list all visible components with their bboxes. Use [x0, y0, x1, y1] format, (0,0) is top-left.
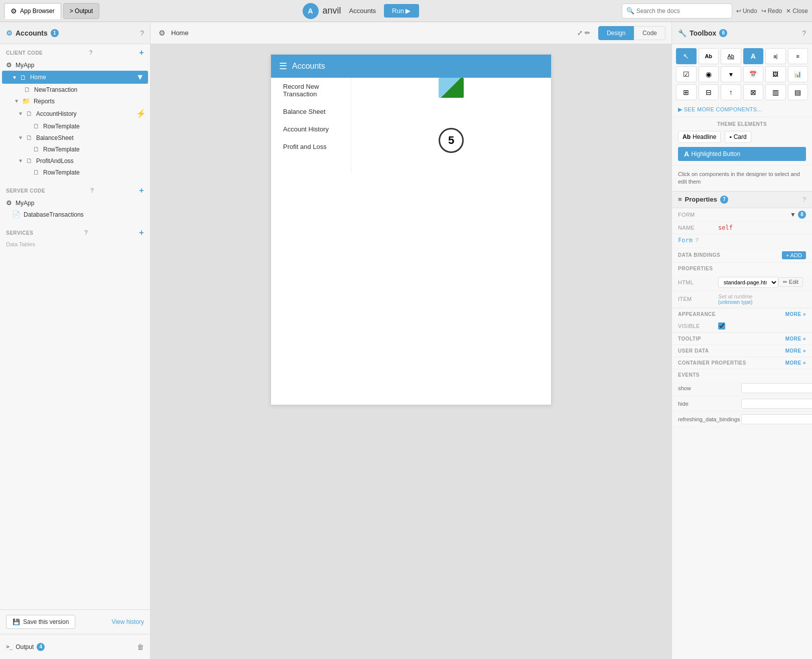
theme-section: THEME ELEMENTS Ab Headline ▪ Card A High… — [672, 117, 812, 165]
run-button[interactable]: Run ▶ — [384, 4, 419, 18]
code-tab[interactable]: Code — [634, 26, 665, 40]
container-more-link[interactable]: MORE » — [785, 360, 806, 366]
see-more-components[interactable]: ▶ SEE MORE COMPONENTS... — [672, 104, 812, 117]
toolbox-help-icon[interactable]: ? — [802, 29, 806, 37]
nav-profit-loss[interactable]: Profit and Loss — [271, 138, 351, 155]
hamburger-icon[interactable]: ☰ — [279, 61, 287, 72]
placeholder-image — [439, 78, 464, 98]
add-binding-button[interactable]: + ADD — [782, 251, 806, 259]
tree-item-balancesheet[interactable]: ▼ 🗋 BalanceSheet — [0, 132, 150, 143]
close-button[interactable]: ✕ Close — [786, 8, 808, 15]
tool-hlayout[interactable]: ▤ — [788, 84, 808, 100]
props-help-icon[interactable]: ? — [802, 196, 806, 203]
form-link-row: Form ? — [672, 234, 812, 248]
tooltip-divider: TOOLTIP MORE » — [672, 333, 812, 345]
tree-item-rowtemplate-bs[interactable]: 🗋 RowTemplate — [0, 143, 150, 155]
tree-item-profitandloss[interactable]: ▼ 🗋 ProfitAndLoss — [0, 155, 150, 167]
tree-item-reports[interactable]: ▼ 📁 Reports — [0, 95, 150, 107]
services-add-button[interactable]: + — [139, 228, 144, 237]
refreshing-event-label: refreshing_data_bindings — [678, 416, 738, 422]
edit-html-button[interactable]: ✏ Edit — [778, 277, 803, 287]
theme-headline[interactable]: Ab Headline — [678, 131, 721, 143]
name-label: name — [678, 225, 718, 231]
tool-datepicker[interactable]: 📅 — [743, 66, 764, 82]
item-type: (unknown type) — [718, 299, 752, 305]
userdata-more-link[interactable]: MORE » — [785, 348, 806, 354]
canvas-placeholder: 5 — [439, 98, 464, 153]
pl-icon: 🗋 — [26, 157, 33, 164]
client-add-button[interactable]: + — [139, 48, 144, 57]
nav-account-history[interactable]: Account History — [271, 120, 351, 138]
form-dropdown-button[interactable]: ▼ — [790, 211, 796, 218]
search-input[interactable] — [636, 8, 722, 15]
bs-icon: 🗋 — [26, 134, 33, 141]
server-add-button[interactable]: + — [139, 186, 144, 195]
refreshing-event-input[interactable] — [741, 414, 812, 424]
top-bar-right: 🔍 ↩ Undo ↪ Redo ✕ Close — [622, 4, 808, 19]
tool-radio[interactable]: ◉ — [699, 66, 719, 82]
view-history-link[interactable]: View history — [112, 618, 144, 625]
canvas-area[interactable]: ☰ Accounts Record New Transaction Balanc… — [151, 44, 671, 659]
tool-columns[interactable]: ⊟ — [699, 84, 719, 100]
tree-item-accounthistory[interactable]: ▼ 🗋 AccountHistory ⚡ — [0, 107, 150, 120]
help-icon[interactable]: ? — [140, 29, 144, 37]
tool-label[interactable]: A — [743, 48, 764, 64]
tool-grid[interactable]: ⊞ — [676, 84, 697, 100]
tree-item-dbtransactions[interactable]: 📄 DatabaseTransactions — [0, 209, 150, 220]
main-content-area: 5 — [351, 78, 551, 173]
redo-button[interactable]: ↪ Redo — [761, 8, 782, 15]
tool-upload[interactable]: ↑ — [721, 84, 741, 100]
html-select[interactable]: standard-page.html — [718, 277, 778, 288]
tooltip-more-link[interactable]: MORE » — [785, 336, 806, 342]
app-header-title: Accounts — [292, 62, 325, 71]
output-tab-label: > Output — [70, 8, 93, 15]
form-link[interactable]: Form — [678, 237, 693, 244]
client-code-section: CLIENT CODE ? + — [0, 44, 150, 59]
nav-accounts[interactable]: Accounts — [349, 7, 376, 15]
edit-icon[interactable]: ✏ — [585, 29, 590, 37]
tool-flow[interactable]: ▥ — [765, 84, 786, 100]
tab-output[interactable]: > Output — [63, 3, 99, 19]
breadcrumb: Home — [171, 29, 573, 37]
logo-text: anvil — [323, 6, 341, 16]
tree-item-rowtemplate-pl[interactable]: 🗋 RowTemplate — [0, 167, 150, 178]
props-header: ≡ Properties 7 ? — [672, 192, 812, 208]
tree-item-myapp-server[interactable]: ⚙ MyApp — [0, 197, 150, 209]
properties-icon: ≡ — [678, 196, 682, 203]
pl-chevron-icon: ▼ — [18, 158, 23, 163]
design-tab[interactable]: Design — [598, 26, 634, 40]
theme-card[interactable]: ▪ Card — [725, 131, 751, 143]
tool-image[interactable]: 🖼 — [765, 66, 786, 82]
visible-checkbox[interactable] — [718, 322, 725, 330]
hide-event-input[interactable] — [741, 399, 812, 409]
clear-output-button[interactable]: 🗑 — [137, 643, 144, 651]
settings-button[interactable]: ⚙ — [157, 27, 167, 40]
tab-app-browser[interactable]: ⚙ App Browser — [4, 3, 61, 19]
home-form-icon: 🗋 — [20, 74, 27, 81]
tree-item-newtransaction[interactable]: 🗋 NewTransaction — [0, 84, 150, 95]
tool-link[interactable]: Ab — [721, 48, 741, 64]
tool-text[interactable]: Ab — [699, 48, 719, 64]
click-hint: Click on components in the designer to s… — [672, 165, 812, 191]
nav-balance-sheet[interactable]: Balance Sheet — [271, 103, 351, 120]
tool-chart[interactable]: 📊 — [788, 66, 808, 82]
appearance-more-link[interactable]: MORE » — [785, 311, 806, 317]
show-event-input[interactable] — [741, 383, 812, 393]
tool-cursor[interactable]: ↖ — [676, 48, 697, 64]
highlighted-button-theme[interactable]: A Highlighted Button — [678, 147, 806, 161]
tool-spacer[interactable]: ⊠ — [743, 84, 764, 100]
tree-item-rowtemplate-ah[interactable]: 🗋 RowTemplate — [0, 120, 150, 132]
form-label: Form — [678, 212, 718, 218]
tool-textbox[interactable]: a| — [765, 48, 786, 64]
nav-record-transaction[interactable]: Record New Transaction — [271, 78, 351, 103]
save-version-button[interactable]: 💾 Save this version — [6, 615, 75, 629]
redo-icon: ↪ — [761, 8, 766, 15]
tree-item-home[interactable]: ▼ 🗋 Home ▼ — [2, 71, 148, 84]
undo-button[interactable]: ↩ Undo — [736, 8, 757, 15]
expand-icon[interactable]: ⤢ — [577, 29, 583, 37]
data-bindings-divider: DATA BINDINGS + ADD — [672, 248, 812, 262]
tool-checkbox[interactable]: ☑ — [676, 66, 697, 82]
tool-dropdown[interactable]: ▾ — [721, 66, 741, 82]
tool-multiline[interactable]: ≡ — [788, 48, 808, 64]
tree-item-myapp-client[interactable]: ⚙ MyApp — [0, 59, 150, 71]
